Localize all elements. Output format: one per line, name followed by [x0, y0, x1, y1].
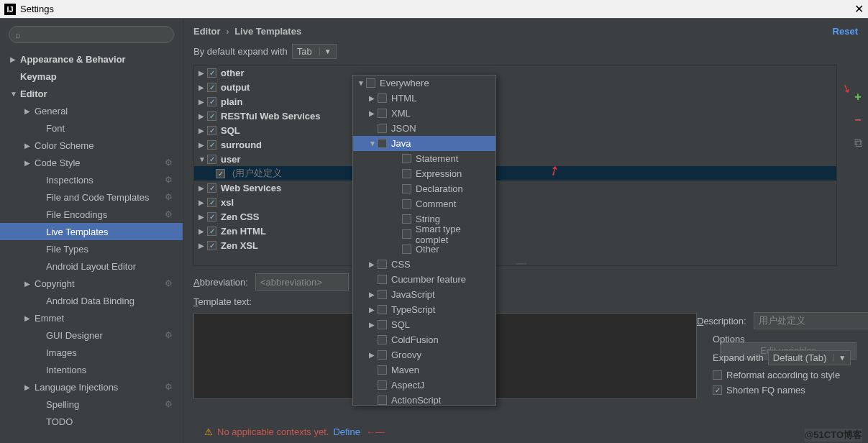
group-checkbox[interactable]: ✓ [207, 140, 216, 150]
context-checkbox[interactable] [378, 290, 387, 299]
popup-item[interactable]: Declaration [353, 181, 495, 196]
remove-button[interactable]: − [854, 114, 861, 127]
sidebar-item[interactable]: ▶Appearance & Behavior [0, 50, 183, 68]
sidebar-item[interactable]: ▶Language Injections⚙ [0, 378, 183, 396]
close-icon[interactable]: ✕ [854, 2, 864, 16]
context-checkbox[interactable] [378, 124, 387, 133]
popup-item[interactable]: Comment [353, 196, 495, 211]
reset-link[interactable]: Reset [833, 26, 858, 37]
popup-item[interactable]: ColdFusion [353, 332, 495, 347]
context-checkbox[interactable] [402, 245, 411, 254]
search-input[interactable]: ⌕ [9, 26, 174, 43]
expand-select[interactable]: Tab ▼ [292, 44, 337, 59]
popup-item[interactable]: ▶XML [353, 106, 495, 121]
template-group-row[interactable]: ▶✓Zen HTML [194, 224, 836, 238]
context-checkbox[interactable] [378, 260, 387, 269]
group-checkbox[interactable]: ✓ [207, 241, 216, 250]
copy-icon[interactable]: ⧉ [854, 137, 862, 150]
popup-item[interactable]: ▶TypeScript [353, 302, 495, 317]
context-checkbox[interactable] [378, 305, 387, 314]
context-checkbox[interactable] [378, 365, 387, 375]
popup-item[interactable]: Maven [353, 362, 495, 378]
context-checkbox[interactable] [378, 93, 387, 103]
template-group-row[interactable]: ▶✓plain [194, 94, 836, 109]
popup-item[interactable]: Smart type complet [353, 227, 495, 242]
context-checkbox[interactable] [378, 335, 387, 344]
add-button[interactable]: + [854, 91, 861, 104]
context-checkbox[interactable] [402, 199, 411, 209]
define-link[interactable]: Define [333, 426, 360, 437]
group-checkbox[interactable]: ✓ [207, 198, 216, 207]
popup-item[interactable]: ▶HTML [353, 91, 495, 106]
template-group-row[interactable]: ▶✓surround [194, 137, 836, 152]
popup-item[interactable]: ▼Everywhere [353, 76, 495, 91]
popup-item[interactable]: ▶CSS [353, 257, 495, 272]
popup-item[interactable]: Cucumber feature [353, 272, 495, 287]
sidebar-item[interactable]: ▶Code Style⚙ [0, 154, 183, 171]
breadcrumb-root[interactable]: Editor [193, 26, 221, 37]
sidebar-item[interactable]: File Types [0, 240, 183, 257]
group-checkbox[interactable]: ✓ [207, 155, 216, 164]
sidebar-item[interactable]: Android Layout Editor [0, 257, 183, 275]
popup-item[interactable]: Expression [353, 166, 495, 181]
sidebar-item[interactable]: File and Code Templates⚙ [0, 188, 183, 206]
sidebar-item[interactable]: Live Templates [0, 223, 183, 240]
context-checkbox[interactable] [402, 154, 411, 163]
abbreviation-input[interactable] [255, 273, 349, 291]
sidebar-item[interactable]: ▶Copyright⚙ [0, 275, 183, 292]
template-checkbox[interactable]: ✓ [216, 169, 225, 178]
reformat-checkbox[interactable] [713, 370, 722, 380]
template-group-row[interactable]: ▶✓RESTful Web Services [194, 109, 836, 123]
sidebar-item[interactable]: ▶Emmet [0, 309, 183, 326]
context-checkbox[interactable] [378, 380, 387, 390]
popup-item[interactable]: ▶JavaScript [353, 287, 495, 302]
popup-item[interactable]: ActionScript [353, 393, 495, 406]
context-checkbox[interactable] [378, 350, 387, 360]
sidebar-item[interactable]: Android Data Binding [0, 292, 183, 309]
group-checkbox[interactable]: ✓ [207, 68, 216, 78]
context-checkbox[interactable] [378, 139, 387, 148]
context-checkbox[interactable] [378, 396, 387, 405]
expand-with-select[interactable]: Default (Tab) ▼ [768, 350, 851, 365]
sidebar-item[interactable]: File Encodings⚙ [0, 206, 183, 223]
template-group-row[interactable]: ▶✓xsl [194, 195, 836, 209]
sidebar-item[interactable]: TODO [0, 413, 183, 430]
context-checkbox[interactable] [378, 109, 387, 118]
context-checkbox[interactable] [378, 320, 387, 329]
popup-item[interactable]: JSON [353, 121, 495, 136]
group-checkbox[interactable]: ✓ [207, 83, 216, 92]
context-checkbox[interactable] [378, 275, 387, 284]
popup-item[interactable]: AspectJ [353, 378, 495, 393]
group-checkbox[interactable]: ✓ [207, 183, 216, 193]
group-checkbox[interactable]: ✓ [207, 126, 216, 135]
description-input[interactable] [754, 312, 868, 329]
template-group-row[interactable]: ▶✓Web Services [194, 181, 836, 195]
context-checkbox[interactable] [402, 169, 411, 178]
popup-item[interactable]: ▶Groovy [353, 347, 495, 362]
shorten-checkbox[interactable]: ✓ [713, 385, 722, 395]
popup-item[interactable]: ▶SQL [353, 317, 495, 332]
template-group-row[interactable]: ▶✓Zen CSS [194, 209, 836, 224]
group-checkbox[interactable]: ✓ [207, 111, 216, 121]
popup-item[interactable]: ▼Java [353, 136, 495, 151]
group-checkbox[interactable]: ✓ [207, 97, 216, 106]
context-checkbox[interactable] [402, 214, 411, 224]
context-checkbox[interactable] [402, 229, 411, 239]
resize-handle[interactable]: ┄┄┄ [516, 260, 526, 266]
template-group-row[interactable]: ▶✓SQL [194, 123, 836, 137]
group-checkbox[interactable]: ✓ [207, 227, 216, 236]
sidebar-item[interactable]: Images [0, 344, 183, 361]
template-group-row[interactable]: ▶✓other [194, 65, 836, 80]
context-checkbox[interactable] [402, 184, 411, 193]
sidebar-item[interactable]: ▶Color Scheme [0, 137, 183, 154]
sidebar-item[interactable]: Intentions [0, 361, 183, 378]
context-checkbox[interactable] [366, 78, 375, 88]
template-row[interactable]: ✓(用户处定义 [194, 166, 836, 181]
template-group-row[interactable]: ▼✓user [194, 152, 836, 166]
sidebar-item[interactable]: ▶General [0, 102, 183, 119]
sidebar-item[interactable]: Inspections⚙ [0, 171, 183, 188]
sidebar-item[interactable]: Keymap [0, 68, 183, 85]
template-group-row[interactable]: ▶✓output [194, 80, 836, 94]
popup-item[interactable]: Statement [353, 151, 495, 166]
sidebar-item[interactable]: ▼Editor [0, 85, 183, 102]
